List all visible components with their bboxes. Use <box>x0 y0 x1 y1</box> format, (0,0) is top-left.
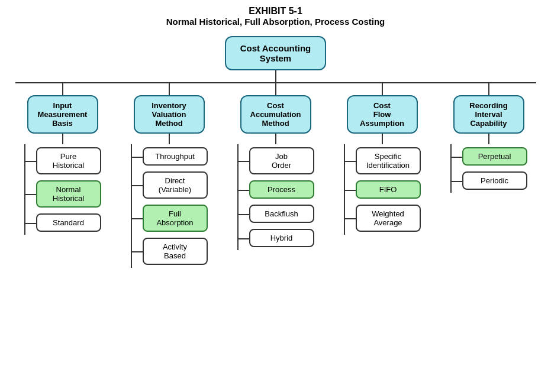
list-item: Direct (Variable) <box>143 171 208 199</box>
col-inventory-item-0: Throughput <box>143 147 208 166</box>
horizontal-line <box>15 82 536 83</box>
col-flow-header: Cost Flow Assumption <box>347 95 418 134</box>
list-item: Specific Identification <box>356 147 421 174</box>
col-flow-item-0: Specific Identification <box>356 147 421 174</box>
list-item: Perpetual <box>462 147 527 166</box>
list-item: Job Order <box>249 147 314 174</box>
col-accumulation-header: Cost Accumulation Method <box>240 95 311 134</box>
exhibit-title-line1: EXHIBIT 5-1 <box>0 6 551 17</box>
col-accumulation-item-2: Backflush <box>249 205 314 223</box>
list-item: Activity Based <box>143 238 208 265</box>
col-accumulation-item-3: Hybrid <box>249 229 314 247</box>
list-item: Full Absorption <box>143 205 208 232</box>
col-inventory-v-connector-mid <box>169 134 170 144</box>
col-inventory-item-3: Activity Based <box>143 238 208 265</box>
col-flow-item-1: FIFO <box>356 180 421 199</box>
list-item: Pure Historical <box>36 147 101 174</box>
col-recording: Recording Interval CapabilityPerpetualPe… <box>436 83 542 193</box>
col-recording-header: Recording Interval Capability <box>453 95 524 134</box>
list-item: Periodic <box>462 171 527 190</box>
list-item: Normal Historical <box>36 180 101 208</box>
col-accumulation-item-1: Process <box>249 180 314 199</box>
col-accumulation-v-connector-top <box>275 83 276 95</box>
list-item: Process <box>249 180 314 199</box>
exhibit-title-line2: Normal Historical, Full Absorption, Proc… <box>0 17 551 27</box>
root-node: Cost Accounting System <box>225 36 326 70</box>
col-input-items: Pure HistoricalNormal HistoricalStandard <box>24 144 101 235</box>
col-accumulation: Cost Accumulation MethodJob OrderProcess… <box>223 83 329 250</box>
col-input: Input Measurement BasisPure HistoricalNo… <box>9 83 116 235</box>
col-inventory: Inventory Valuation MethodThroughputDire… <box>116 83 223 268</box>
col-inventory-v-connector-top <box>169 83 170 95</box>
list-item: Weighted Average <box>356 205 421 232</box>
chart-container: Cost Accounting System Input Measurement… <box>0 36 551 268</box>
col-accumulation-v-connector-mid <box>275 134 276 144</box>
col-accumulation-items: Job OrderProcessBackflushHybrid <box>237 144 314 250</box>
col-recording-v-connector-mid <box>488 134 489 144</box>
list-item: Hybrid <box>249 229 314 247</box>
list-item: Backflush <box>249 205 314 223</box>
col-flow-v-connector-top <box>382 83 383 95</box>
col-input-v-connector-top <box>62 83 63 95</box>
root-down-connector <box>275 70 276 82</box>
col-inventory-header: Inventory Valuation Method <box>134 95 205 134</box>
col-flow-v-connector-mid <box>382 134 383 144</box>
col-input-item-1: Normal Historical <box>36 180 101 208</box>
col-input-header: Input Measurement Basis <box>27 95 98 134</box>
col-recording-item-0: Perpetual <box>462 147 527 166</box>
col-recording-v-connector-top <box>488 83 489 95</box>
col-input-item-2: Standard <box>36 213 101 232</box>
list-item: Throughput <box>143 147 208 166</box>
col-inventory-items: ThroughputDirect (Variable)Full Absorpti… <box>131 144 208 268</box>
col-flow-items: Specific IdentificationFIFOWeighted Aver… <box>344 144 421 235</box>
col-recording-items: PerpetualPeriodic <box>450 144 527 193</box>
col-inventory-item-1: Direct (Variable) <box>143 171 208 199</box>
page-title: EXHIBIT 5-1 Normal Historical, Full Abso… <box>0 6 551 27</box>
col-inventory-item-2: Full Absorption <box>143 205 208 232</box>
col-input-item-0: Pure Historical <box>36 147 101 174</box>
list-item: FIFO <box>356 180 421 199</box>
col-flow-item-2: Weighted Average <box>356 205 421 232</box>
col-recording-item-1: Periodic <box>462 171 527 190</box>
col-flow: Cost Flow AssumptionSpecific Identificat… <box>329 83 436 235</box>
col-accumulation-item-0: Job Order <box>249 147 314 174</box>
col-input-v-connector-mid <box>62 134 63 144</box>
list-item: Standard <box>36 213 101 232</box>
columns-wrapper: Input Measurement BasisPure HistoricalNo… <box>4 83 548 268</box>
